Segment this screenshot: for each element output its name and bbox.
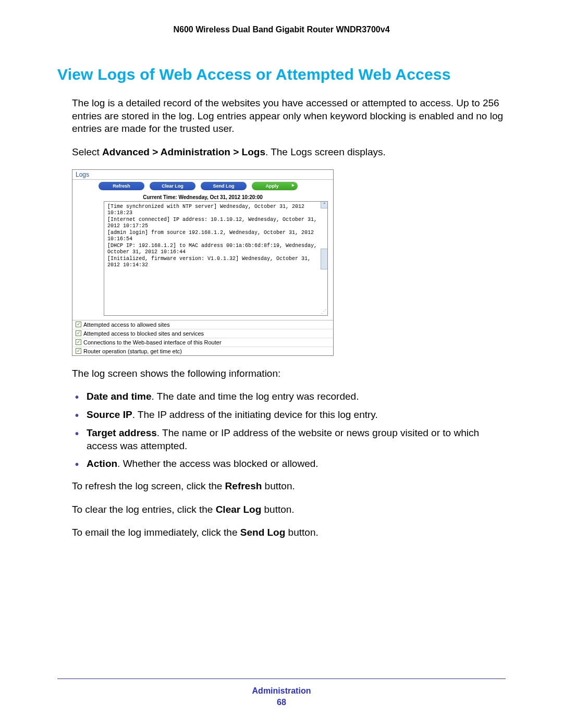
instruction-send: To email the log immediately, click the …	[72, 526, 506, 539]
bullet-term: Date and time	[87, 391, 152, 402]
instruction-clear: To clear the log entries, click the Clea…	[72, 503, 506, 516]
bullet-desc: . The date and time the log entry was re…	[152, 391, 359, 402]
bullet-date-time: Date and time. The date and time the log…	[72, 390, 506, 403]
option-label: Connections to the Web-based interface o…	[83, 339, 222, 346]
instr-post: button.	[262, 480, 295, 491]
logs-screenshot: Logs Refresh Clear Log Send Log Apply Cu…	[72, 169, 334, 356]
footer-section-name: Administration	[57, 686, 506, 696]
footer-page-number: 68	[57, 698, 506, 707]
option-row-blocked[interactable]: ✓ Attempted access to blocked sites and …	[72, 329, 333, 338]
option-row-router-operation[interactable]: ✓ Router operation (startup, get time et…	[72, 347, 333, 355]
option-label: Router operation (startup, get time etc)	[83, 348, 182, 354]
instr-bold: Clear Log	[216, 504, 262, 515]
current-time-label: Current Time: Wednesday, Oct 31, 2012 10…	[72, 192, 333, 201]
apply-button[interactable]: Apply	[252, 182, 298, 190]
product-header: N600 Wireless Dual Band Gigabit Router W…	[57, 25, 506, 34]
instr-post: button.	[285, 527, 318, 538]
log-textarea[interactable]: [Time synchronized with NTP server] Wedn…	[104, 201, 328, 316]
instr-pre: To clear the log entries, click the	[72, 504, 216, 515]
instr-bold: Send Log	[240, 527, 286, 538]
checkbox-icon[interactable]: ✓	[76, 348, 81, 354]
instr-bold: Refresh	[225, 480, 262, 491]
bullet-term: Target address	[87, 427, 157, 438]
send-log-button[interactable]: Send Log	[201, 182, 247, 190]
option-label: Attempted access to blocked sites and se…	[83, 330, 204, 337]
resize-grip-icon[interactable]: ⋰	[321, 309, 326, 314]
refresh-button[interactable]: Refresh	[99, 182, 144, 190]
bullet-desc: . Whether the access was blocked or allo…	[117, 458, 318, 469]
option-label: Attempted access to allowed sites	[83, 322, 170, 328]
intro-paragraph: The log is a detailed record of the webs…	[72, 97, 506, 135]
checkbox-icon[interactable]: ✓	[76, 339, 81, 345]
nav-path: Advanced > Administration > Logs	[102, 146, 265, 157]
clear-log-button[interactable]: Clear Log	[150, 182, 195, 190]
instruction-refresh: To refresh the log screen, click the Ref…	[72, 480, 506, 493]
checkbox-icon[interactable]: ✓	[76, 322, 81, 327]
nav-instruction: Select Advanced > Administration > Logs.…	[72, 146, 506, 159]
instr-post: button.	[261, 504, 294, 515]
instr-pre: To refresh the log screen, click the	[72, 480, 225, 491]
bullet-action: Action. Whether the access was blocked o…	[72, 458, 506, 471]
bullet-target-address: Target address. The name or IP address o…	[72, 427, 506, 452]
instr-pre: To email the log immediately, click the	[72, 527, 240, 538]
bullet-term: Action	[87, 458, 117, 469]
page-footer: Administration 68	[57, 678, 506, 707]
scroll-up-icon[interactable]: ˄	[321, 201, 328, 208]
page-title: View Logs of Web Access or Attempted Web…	[57, 66, 506, 83]
option-row-web-connections[interactable]: ✓ Connections to the Web-based interface…	[72, 338, 333, 347]
footer-divider	[57, 678, 506, 679]
option-row-allowed[interactable]: ✓ Attempted access to allowed sites	[72, 320, 333, 329]
info-bullets: Date and time. The date and time the log…	[72, 390, 506, 470]
log-info-intro: The log screen shows the following infor…	[72, 367, 506, 380]
logs-toolbar: Refresh Clear Log Send Log Apply	[72, 180, 333, 192]
nav-pre: Select	[72, 146, 102, 157]
log-content: [Time synchronized with NTP server] Wedn…	[104, 202, 327, 271]
logs-tab-label: Logs	[72, 170, 333, 180]
checkbox-icon[interactable]: ✓	[76, 330, 81, 336]
log-options: ✓ Attempted access to allowed sites ✓ At…	[72, 320, 333, 355]
scroll-handle[interactable]	[321, 249, 328, 269]
bullet-term: Source IP	[87, 409, 132, 420]
nav-post: . The Logs screen displays.	[265, 146, 386, 157]
bullet-desc: . The IP address of the initiating devic…	[132, 409, 378, 420]
bullet-source-ip: Source IP. The IP address of the initiat…	[72, 409, 506, 422]
